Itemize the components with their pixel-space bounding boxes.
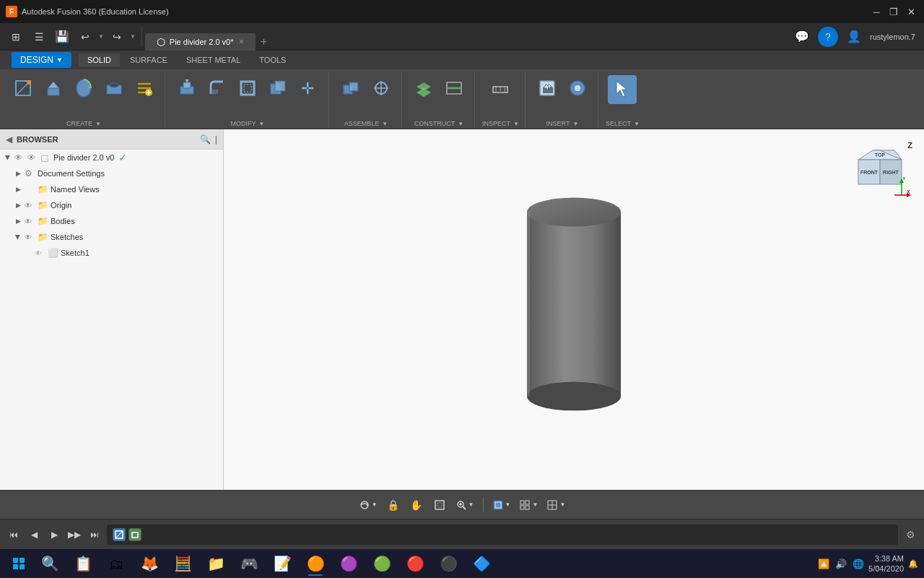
- grid-menu-button[interactable]: ⊞: [6, 27, 26, 47]
- redo-button[interactable]: ↪: [107, 27, 127, 47]
- taskbar-folder[interactable]: 📁: [201, 550, 231, 577]
- ribbon-tab-tools[interactable]: TOOLS: [250, 53, 295, 66]
- taskbar-app5[interactable]: 🔷: [466, 550, 497, 577]
- lock-button[interactable]: 🔒: [383, 495, 404, 515]
- timeline-next-button[interactable]: ▶▶: [66, 527, 82, 543]
- file-menu-button[interactable]: ☰: [29, 27, 49, 47]
- volume-icon[interactable]: 🔊: [835, 558, 847, 569]
- zoom-button[interactable]: ▼: [453, 498, 477, 512]
- taskbar-fusion360[interactable]: 🟠: [300, 550, 331, 577]
- sketches-eye[interactable]: 👁: [25, 233, 36, 241]
- network-icon[interactable]: 🌐: [853, 558, 864, 569]
- minimize-button[interactable]: ─: [869, 4, 884, 19]
- assemble-dropdown-arrow[interactable]: ▼: [382, 121, 388, 127]
- design-dropdown-button[interactable]: DESIGN ▼: [12, 52, 71, 68]
- midplane-button[interactable]: [440, 75, 468, 104]
- construct-dropdown-arrow[interactable]: ▼: [458, 121, 463, 127]
- root-visibility-toggle[interactable]: 👁: [14, 153, 26, 162]
- timeline-play-button[interactable]: ▶: [46, 527, 62, 543]
- start-button[interactable]: [6, 551, 32, 577]
- root-expand-arrow[interactable]: ▶: [4, 152, 12, 163]
- active-tab[interactable]: ⬡ Pie divider 2.0 v0* ✕: [145, 33, 256, 51]
- bodies-eye[interactable]: 👁: [25, 217, 36, 225]
- origin-eye[interactable]: 👁: [25, 202, 36, 210]
- modify-dropdown-arrow[interactable]: ▼: [259, 121, 265, 127]
- shell-button[interactable]: [233, 75, 262, 104]
- timeline-body-item[interactable]: [128, 528, 141, 541]
- measure-button[interactable]: [486, 75, 515, 104]
- help-button[interactable]: ?: [818, 27, 838, 47]
- browser-item-sketch1[interactable]: ▶ 👁 ⬜ Sketch1: [0, 245, 223, 261]
- taskbar-app4[interactable]: ⚫: [433, 550, 463, 577]
- display-mode-button[interactable]: ▼: [489, 498, 514, 512]
- taskbar-search[interactable]: 🔍: [35, 550, 65, 577]
- select-dropdown-arrow[interactable]: ▼: [634, 121, 640, 127]
- taskbar-calculator[interactable]: 🧮: [167, 550, 198, 577]
- select-button[interactable]: [608, 75, 637, 104]
- browser-search-icon[interactable]: 🔍: [200, 134, 211, 144]
- taskbar-app2[interactable]: 🟢: [367, 550, 397, 577]
- new-tab-button[interactable]: +: [256, 33, 273, 51]
- grid-toggle-button[interactable]: ▼: [516, 498, 541, 512]
- snap-button[interactable]: ▼: [544, 498, 568, 512]
- joint-button[interactable]: [367, 75, 396, 104]
- timeline-settings-button[interactable]: ⚙: [902, 527, 918, 543]
- combine-button[interactable]: [263, 75, 292, 104]
- taskbar-vscode[interactable]: 🟣: [334, 550, 364, 577]
- restore-button[interactable]: ❐: [886, 4, 901, 19]
- browser-root-item[interactable]: ▶ 👁 👁 ◻ Pie divider 2.0 v0 ✓: [0, 150, 223, 165]
- browser-item-origin[interactable]: ▶ 👁 📁 Origin: [0, 197, 223, 213]
- taskbar-browser[interactable]: 🦊: [134, 550, 165, 577]
- taskbar-chrome[interactable]: 🔴: [400, 550, 430, 577]
- browser-item-document-settings[interactable]: ▶ ⚙ Document Settings: [0, 165, 223, 181]
- taskbar-file-explorer[interactable]: 🗂: [101, 550, 131, 577]
- timeline-last-button[interactable]: ⏭: [87, 527, 103, 543]
- browser-item-sketches[interactable]: ▶ 👁 📁 Sketches: [0, 229, 223, 245]
- extrude-button[interactable]: [39, 75, 68, 104]
- timeline-sketch-item[interactable]: [113, 528, 126, 541]
- browser-collapse-icon[interactable]: ◀: [6, 134, 12, 144]
- sketches-arrow[interactable]: ▶: [14, 232, 22, 242]
- browser-item-named-views[interactable]: ▶ 📁 Named Views: [0, 181, 223, 197]
- timeline-prev-button[interactable]: ◀: [26, 527, 42, 543]
- new-sketch-button[interactable]: [9, 75, 38, 104]
- hole-button[interactable]: [100, 75, 128, 104]
- bodies-arrow[interactable]: ▶: [13, 217, 23, 225]
- view-cube[interactable]: Z TOP FRONT RIGHT: [855, 141, 912, 199]
- taskbar-paint[interactable]: 🎮: [234, 550, 264, 577]
- ribbon-tab-solid[interactable]: SOLID: [79, 53, 120, 66]
- insert-dropdown-arrow[interactable]: ▼: [572, 121, 578, 127]
- orbit-button[interactable]: ▼: [356, 498, 380, 512]
- press-pull-button[interactable]: [173, 75, 201, 104]
- tab-close-button[interactable]: ✕: [238, 38, 244, 46]
- taskbar-notepad[interactable]: 📝: [267, 550, 297, 577]
- redo-dropdown[interactable]: ▼: [130, 33, 136, 40]
- viewport[interactable]: Z TOP FRONT RIGHT: [224, 129, 924, 490]
- taskbar-task-view[interactable]: 📋: [68, 550, 98, 577]
- move-button[interactable]: ✛: [294, 75, 323, 104]
- doc-settings-arrow[interactable]: ▶: [13, 170, 23, 177]
- pan-button[interactable]: ✋: [406, 495, 427, 515]
- close-button[interactable]: ✕: [904, 4, 918, 19]
- origin-arrow[interactable]: ▶: [13, 202, 23, 209]
- ribbon-tab-sheet-metal[interactable]: SHEET METAL: [178, 53, 249, 66]
- notification-icon[interactable]: 🔔: [908, 559, 918, 569]
- clock[interactable]: 3:38 AM 5/04/2020: [868, 553, 904, 574]
- undo-dropdown[interactable]: ▼: [98, 33, 104, 40]
- new-component-button[interactable]: [336, 75, 365, 104]
- chat-button[interactable]: 💬: [792, 27, 812, 47]
- save-button[interactable]: 💾: [52, 27, 72, 47]
- fillet-button[interactable]: [203, 75, 232, 104]
- create-more-button[interactable]: [130, 75, 159, 104]
- named-views-arrow[interactable]: ▶: [13, 186, 23, 193]
- sketch1-eye[interactable]: 👁: [35, 249, 46, 257]
- root-eye2[interactable]: 👁: [27, 153, 39, 162]
- fit-button[interactable]: [430, 495, 450, 515]
- create-dropdown-arrow[interactable]: ▼: [95, 121, 101, 127]
- browser-item-bodies[interactable]: ▶ 👁 📁 Bodies: [0, 213, 223, 229]
- undo-button[interactable]: ↩: [75, 27, 95, 47]
- offset-plane-button[interactable]: [409, 75, 438, 104]
- revolve-button[interactable]: [69, 75, 98, 104]
- timeline-first-button[interactable]: ⏮: [6, 527, 22, 543]
- browser-pin-icon[interactable]: |: [215, 134, 217, 144]
